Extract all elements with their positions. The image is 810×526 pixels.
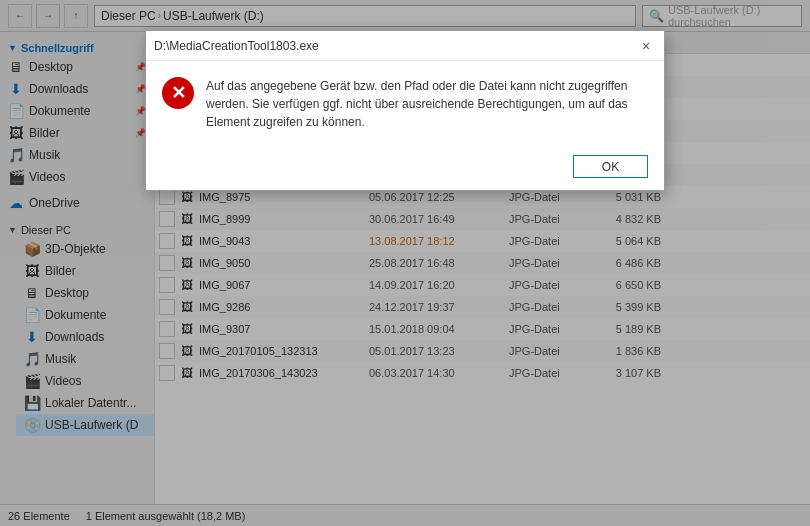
error-x-icon: ✕ bbox=[171, 82, 186, 104]
modal-title: D:\MediaCreationTool1803.exe bbox=[154, 39, 319, 53]
error-icon-container: ✕ bbox=[162, 77, 194, 109]
modal-close-button[interactable]: × bbox=[636, 36, 656, 56]
modal-overlay: D:\MediaCreationTool1803.exe × ✕ Auf das… bbox=[0, 0, 810, 526]
error-modal: D:\MediaCreationTool1803.exe × ✕ Auf das… bbox=[145, 30, 665, 191]
ok-button[interactable]: OK bbox=[573, 155, 648, 178]
modal-message: Auf das angegebene Gerät bzw. den Pfad o… bbox=[206, 77, 648, 131]
modal-body: ✕ Auf das angegebene Gerät bzw. den Pfad… bbox=[146, 61, 664, 147]
modal-title-bar: D:\MediaCreationTool1803.exe × bbox=[146, 31, 664, 61]
modal-footer: OK bbox=[146, 147, 664, 190]
error-circle-icon: ✕ bbox=[162, 77, 194, 109]
